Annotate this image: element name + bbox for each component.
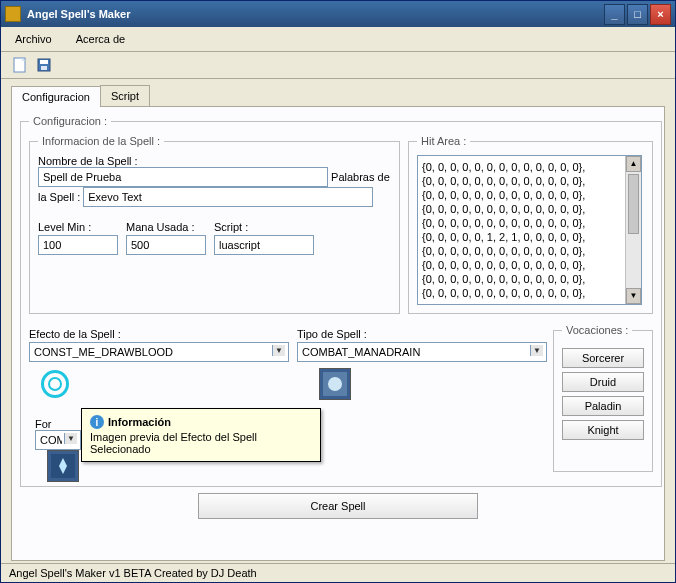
label-script: Script : xyxy=(214,221,314,233)
voc-paladin-button[interactable]: Paladin xyxy=(562,396,644,416)
tab-strip: Configuracion Script xyxy=(11,85,665,106)
tipo-preview-icon xyxy=(319,368,351,400)
save-icon[interactable] xyxy=(35,56,53,74)
titlebar: Angel Spell's Maker _ □ × xyxy=(1,1,675,27)
select-efecto[interactable]: CONST_ME_DRAWBLOOD xyxy=(29,342,289,362)
info-icon: i xyxy=(90,415,104,429)
for-preview-icon xyxy=(47,450,79,482)
input-levelmin[interactable] xyxy=(38,235,118,255)
voc-knight-button[interactable]: Knight xyxy=(562,420,644,440)
effect-circle-icon xyxy=(41,370,69,398)
group-voc-label: Vocaciones : xyxy=(562,324,632,336)
menubar: Archivo Acerca de xyxy=(1,27,675,52)
scroll-up-icon[interactable]: ▲ xyxy=(626,156,641,172)
tab-configuracion[interactable]: Configuracion xyxy=(11,86,101,107)
label-efecto: Efecto de la Spell : xyxy=(29,328,289,340)
select-for[interactable]: COM xyxy=(35,430,81,450)
group-info: Informacion de la Spell : Nombre de la S… xyxy=(29,135,400,314)
new-icon[interactable] xyxy=(11,56,29,74)
crear-spell-button[interactable]: Crear Spell xyxy=(198,493,478,519)
voc-druid-button[interactable]: Druid xyxy=(562,372,644,392)
voc-sorcerer-button[interactable]: Sorcerer xyxy=(562,348,644,368)
input-mana[interactable] xyxy=(126,235,206,255)
label-mana: Mana Usada : xyxy=(126,221,206,233)
close-button[interactable]: × xyxy=(650,4,671,25)
svg-rect-3 xyxy=(41,66,47,70)
maximize-button[interactable]: □ xyxy=(627,4,648,25)
group-configuracion: Configuracion : Informacion de la Spell … xyxy=(20,115,662,487)
toolbar xyxy=(1,52,675,79)
tab-script[interactable]: Script xyxy=(100,85,150,106)
status-bar: Angel Spell's Maker v1 BETA Created by D… xyxy=(1,563,675,582)
group-hit-label: Hit Area : xyxy=(417,135,470,147)
label-for: For xyxy=(35,418,52,430)
tooltip-info: iInformación Imagen previa del Efecto de… xyxy=(81,408,321,462)
window-title: Angel Spell's Maker xyxy=(27,8,604,20)
group-vocaciones: Vocaciones : Sorcerer Druid Paladin Knig… xyxy=(553,324,653,472)
app-icon xyxy=(5,6,21,22)
label-nombre: Nombre de la Spell : xyxy=(38,155,138,167)
input-palabras[interactable] xyxy=(83,187,373,207)
tooltip-body: Imagen previa del Efecto del Spell Selec… xyxy=(90,431,312,455)
group-config-label: Configuracion : xyxy=(29,115,111,127)
menu-acerca[interactable]: Acerca de xyxy=(72,31,130,47)
label-tipo: Tipo de Spell : xyxy=(297,328,547,340)
scrollbar[interactable]: ▲ ▼ xyxy=(625,156,641,304)
minimize-button[interactable]: _ xyxy=(604,4,625,25)
hitarea-text[interactable]: {0, 0, 0, 0, 0, 0, 0, 0, 0, 0, 0, 0, 0},… xyxy=(417,155,642,305)
svg-point-5 xyxy=(328,377,342,391)
scroll-thumb[interactable] xyxy=(628,174,639,234)
menu-archivo[interactable]: Archivo xyxy=(11,31,56,47)
input-script[interactable] xyxy=(214,235,314,255)
label-levelmin: Level Min : xyxy=(38,221,118,233)
tooltip-title: Información xyxy=(108,416,171,428)
group-info-label: Informacion de la Spell : xyxy=(38,135,164,147)
scroll-down-icon[interactable]: ▼ xyxy=(626,288,641,304)
svg-rect-2 xyxy=(40,60,48,64)
group-hitarea: Hit Area : {0, 0, 0, 0, 0, 0, 0, 0, 0, 0… xyxy=(408,135,653,314)
select-tipo[interactable]: COMBAT_MANADRAIN xyxy=(297,342,547,362)
input-nombre[interactable] xyxy=(38,167,328,187)
